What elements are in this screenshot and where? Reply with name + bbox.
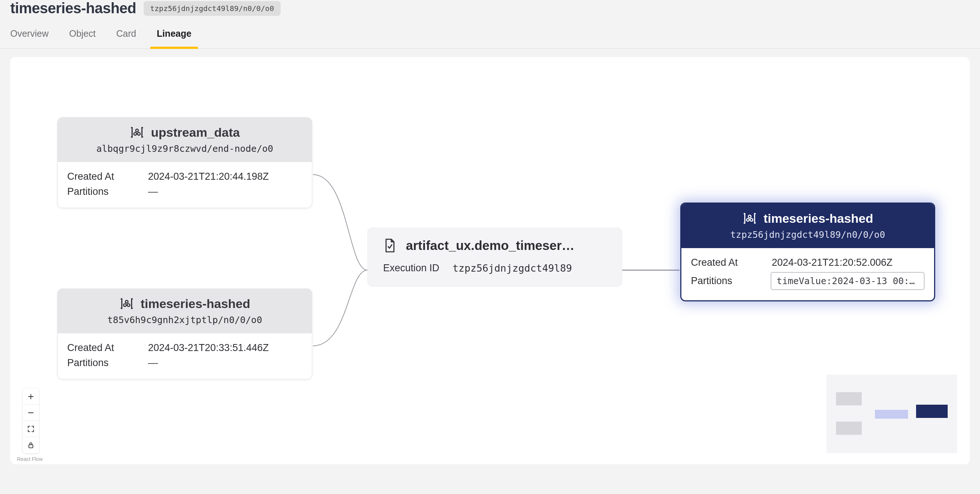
artifact-id-chip[interactable]: tzpz56jdnjzgdct49l89/n0/0/o0 — [144, 1, 281, 16]
minimap[interactable] — [826, 374, 957, 453]
node-title: timeseries-hashed — [141, 296, 250, 311]
node-subtitle: t85v6h9c9gnh2xjtptlp/n0/0/o0 — [65, 315, 304, 325]
node-upstream-data[interactable]: upstream_data albqgr9cjl9z9r8czwvd/end-n… — [57, 117, 312, 208]
created-at-value: 2024-03-21T20:33:51.446Z — [148, 342, 269, 354]
partitions-value: — — [148, 186, 158, 198]
lock-button[interactable] — [23, 437, 39, 453]
svg-point-5 — [127, 304, 130, 306]
svg-rect-9 — [29, 445, 33, 448]
minimap-node — [836, 422, 862, 435]
node-title: timeseries-hashed — [764, 211, 873, 226]
node-timeseries-hashed-selected[interactable]: timeseries-hashed tzpz56jdnjzgdct49l89/n… — [680, 202, 935, 301]
minimap-node — [875, 410, 908, 419]
created-at-label: Created At — [67, 171, 148, 182]
minimap-node-selected — [916, 405, 948, 418]
partitions-value: — — [148, 357, 158, 369]
tab-lineage[interactable]: Lineage — [157, 28, 191, 48]
zoom-in-button[interactable] — [23, 389, 39, 405]
created-at-value: 2024-03-21T21:20:52.006Z — [772, 257, 892, 268]
svg-point-3 — [125, 300, 128, 303]
fit-view-button[interactable] — [23, 421, 39, 437]
node-timeseries-hashed-input[interactable]: timeseries-hashed t85v6h9c9gnh2xjtptlp/n… — [57, 288, 312, 379]
node-execution[interactable]: artifact_ux.demo_timeser… Execution ID t… — [368, 228, 622, 287]
svg-point-4 — [123, 304, 126, 306]
execution-id-value: tzpz56jdnjzgdct49l89 — [453, 263, 572, 274]
lock-icon — [27, 441, 35, 449]
svg-point-2 — [137, 133, 140, 135]
page-header: timeseries-hashed tzpz56jdnjzgdct49l89/n… — [0, 0, 980, 21]
svg-point-0 — [135, 129, 138, 132]
tab-card[interactable]: Card — [116, 28, 136, 48]
partitions-label: Partitions — [691, 275, 771, 287]
node-subtitle: albqgr9cjl9z9r8czwvd/end-node/o0 — [65, 143, 304, 154]
node-subtitle: tzpz56jdnjzgdct49l89/n0/0/o0 — [689, 229, 927, 240]
artifact-icon — [130, 125, 144, 140]
execution-id-label: Execution ID — [383, 263, 439, 274]
minimap-node — [836, 392, 862, 405]
artifact-icon — [119, 296, 134, 311]
page-title: timeseries-hashed — [10, 0, 136, 16]
fullscreen-icon — [27, 425, 35, 433]
tab-object[interactable]: Object — [69, 28, 95, 48]
workflow-icon — [383, 238, 396, 253]
reactflow-brand: React Flow — [17, 456, 43, 462]
svg-point-8 — [750, 219, 752, 221]
tab-overview[interactable]: Overview — [10, 28, 48, 48]
lineage-canvas[interactable]: upstream_data albqgr9cjl9z9r8czwvd/end-n… — [10, 57, 970, 464]
minus-icon — [27, 409, 35, 417]
node-title: upstream_data — [151, 125, 240, 140]
zoom-out-button[interactable] — [23, 405, 39, 421]
partitions-label: Partitions — [67, 357, 148, 369]
plus-icon — [27, 392, 35, 401]
tab-bar: Overview Object Card Lineage — [0, 21, 980, 49]
svg-point-7 — [746, 219, 749, 221]
partition-badge[interactable]: timeValue:2024-03-13 00:0… — [771, 272, 924, 290]
zoom-controls — [23, 389, 39, 453]
artifact-icon — [742, 211, 757, 226]
execution-title: artifact_ux.demo_timeser… — [406, 238, 574, 253]
created-at-label: Created At — [691, 257, 772, 268]
svg-point-6 — [748, 215, 751, 218]
partitions-label: Partitions — [67, 186, 148, 198]
created-at-value: 2024-03-21T21:20:44.198Z — [148, 171, 269, 182]
svg-point-1 — [134, 133, 136, 135]
created-at-label: Created At — [67, 342, 148, 354]
